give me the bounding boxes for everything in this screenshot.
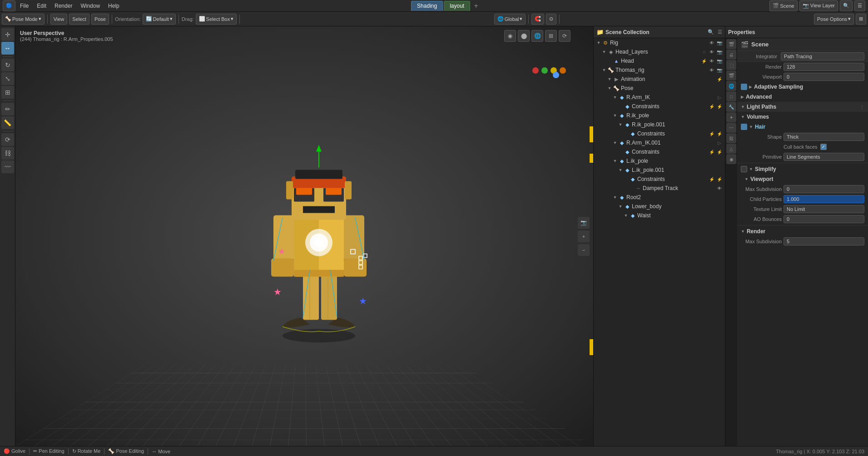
view-layer-btn[interactable]: 📷 View Layer — [799, 0, 838, 11]
thomas-rig-render[interactable]: 📷 — [716, 66, 723, 74]
hair-checkbox[interactable] — [741, 124, 747, 130]
tree-item-constraints-3[interactable]: ▶ ◆ Constraints ⚡ ⚡ — [594, 147, 725, 156]
tab-render-btn[interactable]: 🎬 — [726, 39, 736, 49]
viewport-overlay-btn[interactable]: ⊞ — [545, 30, 557, 42]
primitive-dropdown[interactable]: Line Segments — [784, 153, 864, 161]
thomas-rig-visibility[interactable]: 👁 — [708, 66, 715, 74]
menu-edit[interactable]: Edit — [33, 2, 50, 10]
viewport-shading-rendered[interactable]: 🌐 — [531, 30, 543, 42]
viewport-shading-material[interactable]: ⬤ — [518, 30, 530, 42]
cursor-tool[interactable]: ✛ — [1, 28, 14, 41]
head-layers-render[interactable]: 📷 — [716, 48, 723, 55]
c2-icon2[interactable]: ⚡ — [716, 130, 723, 137]
animation-extra[interactable]: ⚡ — [716, 75, 723, 83]
c1-icon2[interactable]: ⚡ — [716, 103, 723, 110]
head-render[interactable]: 📷 — [716, 57, 723, 65]
blender-logo-btn[interactable]: 🔵 — [3, 0, 15, 11]
menu-window[interactable]: Window — [77, 2, 104, 10]
viewport-area[interactable]: User Perspective (244) Thomas_rig : R.Ar… — [15, 26, 593, 446]
tab-particles-btn[interactable]: ✦ — [726, 112, 736, 122]
transform-tool[interactable]: ⊞ — [1, 86, 14, 99]
simplify-header[interactable]: ▼ Simplify — [737, 164, 868, 174]
ao-bounces-input[interactable]: 0 — [784, 215, 864, 223]
tree-item-constraints-4[interactable]: ▶ ◆ Constraints ⚡ ⚡ — [594, 175, 725, 184]
r-arm-ik-001-extra[interactable]: ▷ — [716, 139, 723, 146]
tree-item-damped-track[interactable]: ▶ → Damped Track 👁 — [594, 184, 725, 193]
status-item-4[interactable]: 🦴 Pose Editing — [108, 448, 144, 454]
advanced-header[interactable]: ▶ Advanced — [737, 92, 868, 102]
status-item-3[interactable]: ↻ Rotate Me — [72, 448, 101, 454]
filter-btn[interactable]: ☰ — [854, 0, 865, 11]
drag-dropdown[interactable]: ⬜ Select Box ▾ — [196, 14, 237, 25]
status-item-2[interactable]: ✏ Pen Editing — [33, 448, 64, 454]
viewport-scene[interactable]: ★ ★ ★ ★ ★ ★ ◉ ⬤ 🌐 — [15, 26, 593, 446]
tree-item-rig[interactable]: ▼ ⚙ Rig 👁 📷 — [594, 38, 725, 47]
move-tool[interactable]: ↔ — [1, 42, 14, 55]
damped-track-visibility[interactable]: 👁 — [716, 185, 723, 192]
c4-icon1[interactable]: ⚡ — [708, 175, 715, 183]
tree-item-l-ik-pole[interactable]: ▼ ◆ L.ik_pole — [594, 156, 725, 165]
viewport-gizmo-btn[interactable]: ⟳ — [559, 30, 570, 42]
tab-world-btn[interactable]: 🌐 — [726, 81, 736, 91]
light-paths-header[interactable]: ▼ Light Paths ⋮ — [737, 102, 868, 112]
status-item-5[interactable]: ↔ Move — [152, 449, 170, 454]
tree-item-l-ik-pole-001[interactable]: ▼ ◆ L.ik_pole.001 — [594, 165, 725, 175]
c3-icon1[interactable]: ⚡ — [708, 148, 715, 155]
light-paths-options-btn[interactable]: ⋮ — [860, 105, 864, 110]
volumes-header[interactable]: ▼ Volumes — [737, 112, 868, 122]
outliner-settings-btn[interactable]: ☰ — [718, 29, 722, 35]
tab-layout[interactable]: layout — [444, 1, 470, 11]
pose-options-dropdown[interactable]: Pose Options ▾ — [814, 14, 854, 25]
simplify-checkbox[interactable] — [741, 166, 747, 172]
head-layers-visibility[interactable]: 👁 — [708, 48, 715, 55]
shape-dropdown[interactable]: Thick — [784, 133, 864, 141]
zoom-out-btn[interactable]: − — [578, 244, 590, 256]
tab-material-btn[interactable]: ◉ — [726, 154, 736, 164]
adaptive-sampling-checkbox[interactable] — [741, 84, 747, 90]
viewport-shading-solid[interactable]: ◉ — [504, 30, 516, 42]
tab-shading[interactable]: Shading — [411, 1, 443, 11]
c1-icon1[interactable]: ⚡ — [708, 103, 715, 110]
relax-tool[interactable]: 〰 — [1, 160, 14, 173]
render-max-subdiv-input[interactable]: 5 — [784, 237, 864, 246]
tab-physics-btn[interactable]: 〰 — [726, 123, 736, 133]
status-item-1[interactable]: 🔴 Golive — [4, 448, 25, 454]
menu-render[interactable]: Render — [51, 2, 76, 10]
tree-item-lower-body[interactable]: ▼ ◆ Lower_body — [594, 202, 725, 211]
menu-help[interactable]: Help — [104, 2, 123, 10]
cull-back-checkbox[interactable] — [820, 144, 827, 150]
tree-item-constraints-2[interactable]: ▶ ◆ Constraints ⚡ ⚡ — [594, 129, 725, 138]
r-arm-ik-extra[interactable]: ▷ — [716, 94, 723, 101]
tree-item-head-layers[interactable]: ▼ ◈ Head_Layers ☆ 👁 📷 — [594, 47, 725, 56]
select-btn[interactable]: Select — [69, 14, 89, 25]
scene-selector[interactable]: 🎬 Scene — [769, 0, 798, 11]
snap-btn[interactable]: 🧲 — [531, 14, 544, 25]
scale-tool[interactable]: ⤡ — [1, 72, 14, 85]
tree-item-animation[interactable]: ▼ ▶ Animation ⚡ — [594, 75, 725, 84]
texture-limit-input[interactable]: No Limit — [784, 205, 864, 213]
tree-item-head[interactable]: ▶ ▲ Head ⚡ 👁 📷 — [594, 56, 725, 65]
overlay-toggle[interactable]: ⊞ — [856, 14, 866, 25]
outliner-filter-btn[interactable]: 🔍 — [708, 29, 714, 35]
c3-icon2[interactable]: ⚡ — [716, 148, 723, 155]
tab-scene-btn[interactable]: 🎬 — [726, 70, 736, 80]
tab-add-btn[interactable]: + — [471, 1, 481, 11]
tree-item-root2[interactable]: ▼ ◆ Root2 — [594, 193, 725, 202]
c2-icon1[interactable]: ⚡ — [708, 130, 715, 137]
tab-modifier-btn[interactable]: 🔧 — [726, 102, 736, 112]
tree-item-constraints-1[interactable]: ▶ ◆ Constraints ⚡ ⚡ — [594, 102, 725, 111]
orientation-dropdown[interactable]: 🔄 Default ▾ — [143, 14, 176, 25]
rig-render[interactable]: 📷 — [716, 39, 723, 46]
head-layers-restrict[interactable]: ☆ — [700, 48, 708, 55]
adaptive-sampling-header[interactable]: ▶ Adaptive Sampling — [737, 82, 868, 92]
tree-item-pose[interactable]: ▼ 🦴 Pose — [594, 84, 725, 93]
tab-object-data-btn[interactable]: △ — [726, 144, 736, 154]
proportional-btn[interactable]: ⊙ — [546, 14, 556, 25]
child-particles-input[interactable]: 1.000 — [784, 195, 864, 203]
menu-file[interactable]: File — [16, 2, 32, 10]
c4-icon2[interactable]: ⚡ — [716, 175, 723, 183]
search-btn[interactable]: 🔍 — [840, 0, 853, 11]
camera-lock-btn[interactable]: 📷 — [578, 217, 590, 229]
integrator-dropdown[interactable]: Path Tracing — [781, 52, 864, 60]
max-subdiv-input[interactable]: 0 — [784, 185, 864, 193]
